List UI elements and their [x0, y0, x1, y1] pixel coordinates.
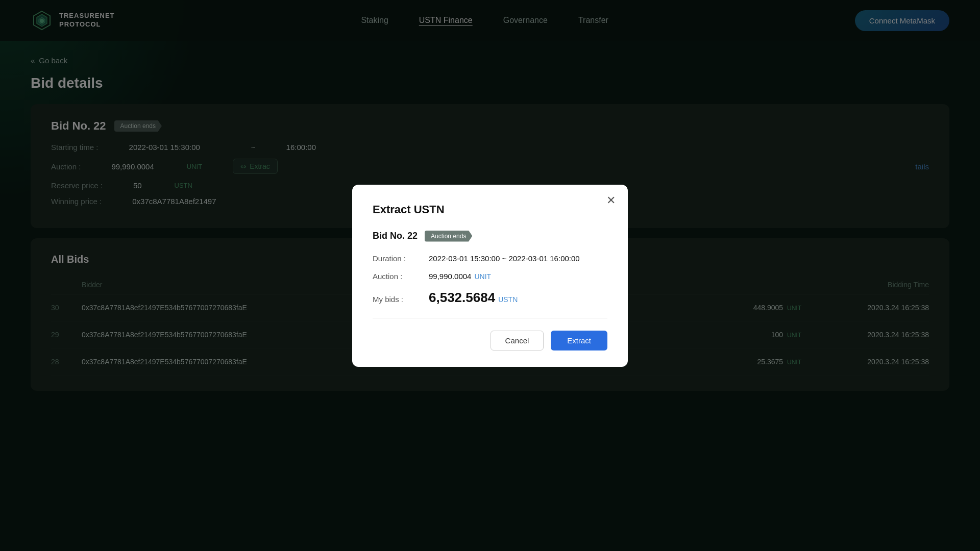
extract-button[interactable]: Extract [551, 331, 607, 350]
modal-bid-number: Bid No. 22 [373, 231, 418, 241]
modal-title: Extract USTN [373, 203, 607, 216]
modal-auction-row: Auction : 99,990.0004 UNIT [373, 272, 607, 281]
cancel-button[interactable]: Cancel [491, 331, 544, 350]
modal-auction-badge: Auction ends [425, 231, 472, 242]
modal-divider [373, 318, 607, 318]
modal-my-bids-row: My bids : 6,532.5684 USTN [373, 290, 607, 306]
modal-actions: Cancel Extract [373, 331, 607, 350]
modal-duration-row: Duration : 2022-03-01 15:30:00 ~ 2022-03… [373, 254, 607, 263]
modal-overlay: Extract USTN ✕ Bid No. 22 Auction ends D… [0, 0, 980, 551]
modal-close-button[interactable]: ✕ [606, 195, 616, 206]
modal-bid-header: Bid No. 22 Auction ends [373, 231, 607, 242]
extract-ustn-modal: Extract USTN ✕ Bid No. 22 Auction ends D… [352, 185, 628, 367]
